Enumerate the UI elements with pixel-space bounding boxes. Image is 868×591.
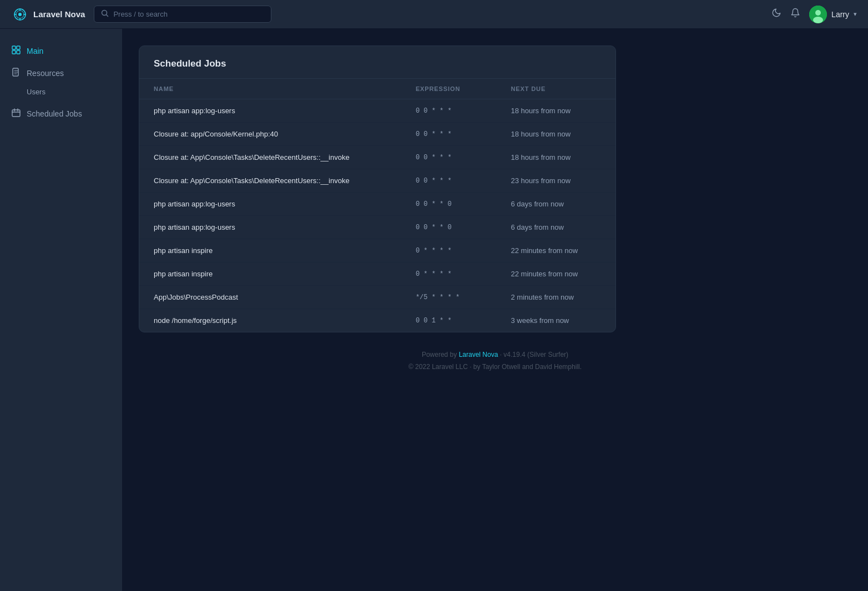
svg-rect-11 bbox=[12, 110, 20, 117]
job-expression-cell: 0 0 1 * * bbox=[401, 309, 497, 332]
table-row: Closure at: app/Console/Kernel.php:400 0… bbox=[139, 123, 615, 146]
svg-point-5 bbox=[813, 17, 823, 23]
table-row: php artisan app:log-users0 0 * * 06 days… bbox=[139, 216, 615, 239]
app-name: Laravel Nova bbox=[33, 9, 85, 19]
job-next-due-cell: 18 hours from now bbox=[496, 123, 615, 146]
footer-powered-by-text: Powered by bbox=[422, 351, 459, 358]
sidebar-item-resources[interactable]: Resources bbox=[0, 62, 122, 84]
job-next-due-cell: 2 minutes from now bbox=[496, 286, 615, 309]
job-next-due-cell: 6 days from now bbox=[496, 216, 615, 239]
job-expression-cell: 0 * * * * bbox=[401, 239, 497, 262]
card-header: Scheduled Jobs bbox=[139, 46, 615, 79]
sidebar-item-main[interactable]: Main bbox=[0, 40, 122, 62]
bell-icon[interactable] bbox=[790, 8, 800, 21]
job-next-due-cell: 22 minutes from now bbox=[496, 262, 615, 286]
sidebar-item-scheduled-jobs[interactable]: Scheduled Jobs bbox=[0, 103, 122, 125]
job-expression-cell: 0 * * * * bbox=[401, 262, 497, 286]
job-expression-cell: 0 0 * * * bbox=[401, 99, 497, 123]
table-row: php artisan inspire0 * * * *22 minutes f… bbox=[139, 239, 615, 262]
job-expression-cell: 0 0 * * 0 bbox=[401, 216, 497, 239]
job-name-cell: Closure at: app/Console/Kernel.php:40 bbox=[139, 123, 401, 146]
sidebar: Main Resources Users Scheduled Jobs bbox=[0, 29, 122, 591]
job-name-cell: php artisan app:log-users bbox=[139, 99, 401, 123]
col-header-name: NAME bbox=[139, 79, 401, 99]
job-expression-cell: */5 * * * * bbox=[401, 286, 497, 309]
job-name-cell: php artisan app:log-users bbox=[139, 216, 401, 239]
sidebar-scheduled-jobs-label: Scheduled Jobs bbox=[27, 109, 82, 118]
job-name-cell: node /home/forge/script.js bbox=[139, 309, 401, 332]
job-name-cell: php artisan app:log-users bbox=[139, 193, 401, 216]
job-next-due-cell: 23 hours from now bbox=[496, 169, 615, 193]
topnav-right: Larry ▾ bbox=[771, 6, 857, 23]
job-expression-cell: 0 0 * * * bbox=[401, 123, 497, 146]
user-name-label: Larry bbox=[831, 10, 849, 19]
job-next-due-cell: 18 hours from now bbox=[496, 99, 615, 123]
svg-point-1 bbox=[18, 13, 22, 16]
table-header-row: NAME EXPRESSION NEXT DUE bbox=[139, 79, 615, 99]
jobs-table: NAME EXPRESSION NEXT DUE php artisan app… bbox=[139, 79, 615, 332]
dark-mode-icon[interactable] bbox=[771, 8, 781, 21]
topnav: Laravel Nova Press / to search bbox=[0, 0, 868, 29]
user-menu[interactable]: Larry ▾ bbox=[809, 6, 857, 23]
search-icon bbox=[101, 9, 109, 19]
svg-rect-9 bbox=[17, 50, 20, 54]
job-expression-cell: 0 0 * * 0 bbox=[401, 193, 497, 216]
grid-icon bbox=[11, 46, 21, 57]
calendar-icon bbox=[11, 108, 21, 119]
job-next-due-cell: 3 weeks from now bbox=[496, 309, 615, 332]
job-expression-cell: 0 0 * * * bbox=[401, 146, 497, 169]
table-row: php artisan app:log-users0 0 * * 06 days… bbox=[139, 193, 615, 216]
avatar bbox=[809, 6, 827, 23]
job-name-cell: App\Jobs\ProcessPodcast bbox=[139, 286, 401, 309]
sidebar-users-label: Users bbox=[27, 88, 46, 96]
svg-rect-8 bbox=[12, 50, 16, 54]
sidebar-sub-item-users[interactable]: Users bbox=[0, 84, 122, 99]
footer-copyright-text: © 2022 Laravel LLC · by Taylor Otwell an… bbox=[408, 363, 582, 371]
job-next-due-cell: 6 days from now bbox=[496, 193, 615, 216]
svg-rect-6 bbox=[12, 46, 16, 49]
footer-brand-link[interactable]: Laravel Nova bbox=[459, 351, 498, 358]
job-next-due-cell: 22 minutes from now bbox=[496, 239, 615, 262]
logo-area[interactable]: Laravel Nova bbox=[11, 6, 85, 23]
search-placeholder-text: Press / to search bbox=[113, 10, 168, 18]
table-row: php artisan inspire0 * * * *22 minutes f… bbox=[139, 262, 615, 286]
sidebar-main-label: Main bbox=[27, 47, 43, 55]
col-header-next-due: NEXT DUE bbox=[496, 79, 615, 99]
footer: Powered by Laravel Nova · v4.19.4 (Silve… bbox=[139, 349, 851, 373]
main-content: Scheduled Jobs NAME EXPRESSION NEXT DUE … bbox=[122, 29, 868, 591]
svg-rect-7 bbox=[17, 46, 20, 49]
table-row: php artisan app:log-users0 0 * * *18 hou… bbox=[139, 99, 615, 123]
table-row: App\Jobs\ProcessPodcast*/5 * * * *2 minu… bbox=[139, 286, 615, 309]
card-title: Scheduled Jobs bbox=[154, 58, 601, 69]
laravel-nova-logo-icon bbox=[11, 6, 29, 23]
svg-point-4 bbox=[815, 10, 821, 16]
table-row: node /home/forge/script.js0 0 1 * *3 wee… bbox=[139, 309, 615, 332]
job-name-cell: php artisan inspire bbox=[139, 239, 401, 262]
book-icon bbox=[11, 68, 21, 79]
search-bar[interactable]: Press / to search bbox=[94, 6, 271, 23]
job-name-cell: Closure at: App\Console\Tasks\DeleteRece… bbox=[139, 169, 401, 193]
scheduled-jobs-card: Scheduled Jobs NAME EXPRESSION NEXT DUE … bbox=[139, 46, 616, 332]
job-next-due-cell: 18 hours from now bbox=[496, 146, 615, 169]
job-name-cell: php artisan inspire bbox=[139, 262, 401, 286]
footer-version-text: · v4.19.4 (Silver Surfer) bbox=[498, 351, 568, 358]
job-expression-cell: 0 0 * * * bbox=[401, 169, 497, 193]
sidebar-resources-label: Resources bbox=[27, 69, 64, 78]
job-name-cell: Closure at: App\Console\Tasks\DeleteRece… bbox=[139, 146, 401, 169]
table-row: Closure at: App\Console\Tasks\DeleteRece… bbox=[139, 169, 615, 193]
chevron-down-icon: ▾ bbox=[854, 11, 857, 18]
col-header-expression: EXPRESSION bbox=[401, 79, 497, 99]
page-layout: Main Resources Users Scheduled Jobs bbox=[0, 29, 868, 591]
table-row: Closure at: App\Console\Tasks\DeleteRece… bbox=[139, 146, 615, 169]
